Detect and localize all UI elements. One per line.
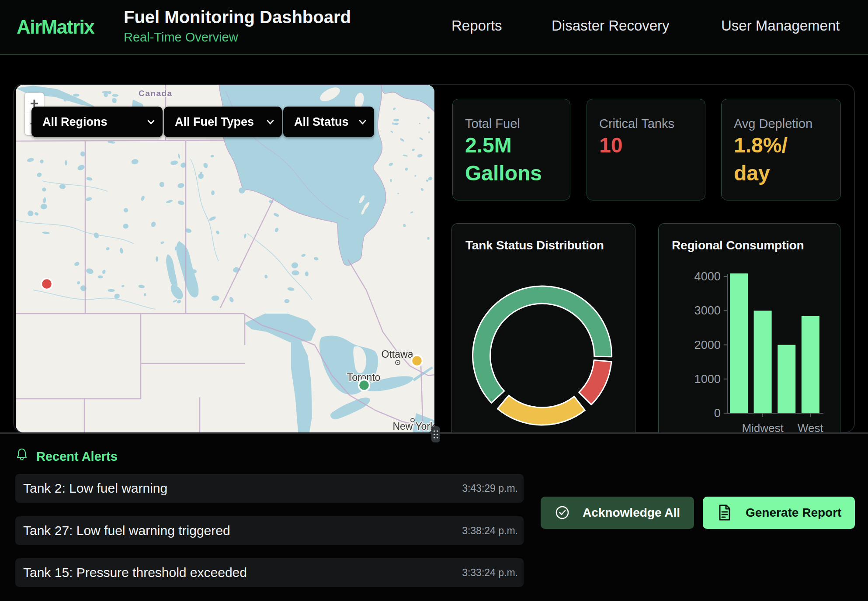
- svg-text:2000: 2000: [694, 338, 721, 352]
- svg-text:1000: 1000: [694, 373, 721, 386]
- svg-text:Ottawa: Ottawa: [382, 349, 413, 360]
- svg-text:Midwest: Midwest: [742, 421, 784, 432]
- svg-text:New York: New York: [392, 421, 434, 432]
- svg-text:West: West: [798, 421, 824, 432]
- svg-text:Canada: Canada: [139, 89, 173, 98]
- svg-text:3000: 3000: [694, 304, 721, 317]
- svg-text:0: 0: [714, 407, 721, 420]
- svg-text:4000: 4000: [694, 270, 721, 283]
